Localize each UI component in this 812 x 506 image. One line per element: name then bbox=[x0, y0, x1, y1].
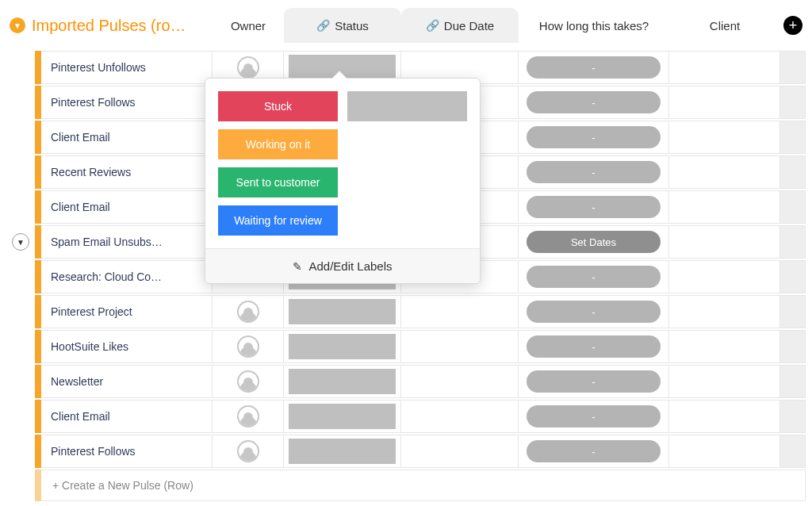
due-date-cell[interactable] bbox=[401, 435, 519, 468]
add-column[interactable]: + bbox=[780, 8, 806, 43]
column-header-status[interactable]: 🔗 Status bbox=[284, 8, 401, 43]
group-title-cell[interactable]: ▼ Imported Pulses (ro… bbox=[6, 8, 213, 43]
status-option-waiting[interactable]: Waiting for review bbox=[218, 205, 338, 236]
howlong-cell[interactable]: Set Dates bbox=[519, 225, 669, 259]
new-pulse-input[interactable]: + Create a New Pulse (Row) bbox=[41, 470, 806, 501]
row-end-spacer bbox=[780, 400, 806, 433]
client-cell[interactable] bbox=[669, 51, 780, 84]
owner-cell[interactable] bbox=[213, 295, 284, 328]
expand-row-icon[interactable]: ▼ bbox=[12, 233, 29, 251]
howlong-pill[interactable]: - bbox=[527, 405, 661, 427]
howlong-cell[interactable]: - bbox=[519, 86, 669, 119]
row-end-spacer bbox=[780, 330, 806, 363]
client-cell[interactable] bbox=[669, 121, 780, 154]
client-cell[interactable] bbox=[669, 260, 780, 293]
howlong-pill[interactable]: - bbox=[527, 196, 661, 218]
client-cell[interactable] bbox=[669, 190, 780, 224]
due-date-cell[interactable] bbox=[401, 330, 519, 363]
pulse-name-cell[interactable]: Pinterest Unfollows bbox=[41, 51, 213, 84]
row-end-spacer bbox=[780, 260, 806, 293]
howlong-cell[interactable]: - bbox=[519, 365, 669, 398]
pulse-name-cell[interactable]: Research: Cloud Co… bbox=[41, 260, 213, 293]
row-accent bbox=[35, 260, 41, 293]
client-cell[interactable] bbox=[669, 155, 780, 189]
pulse-name-cell[interactable]: HootSuite Likes bbox=[41, 330, 213, 363]
pulse-name-cell[interactable]: Pinterest Follows bbox=[41, 86, 213, 119]
howlong-cell[interactable]: - bbox=[519, 435, 669, 468]
plus-icon: + bbox=[783, 16, 802, 35]
howlong-pill[interactable]: - bbox=[527, 126, 661, 148]
add-edit-labels-button[interactable]: ✎ Add/Edit Labels bbox=[205, 248, 480, 283]
owner-cell[interactable] bbox=[213, 400, 284, 433]
pulse-name-cell[interactable]: Client Email bbox=[41, 121, 213, 154]
howlong-cell[interactable]: - bbox=[519, 330, 669, 363]
status-cell[interactable] bbox=[284, 400, 401, 433]
status-option-working[interactable]: Working on it bbox=[218, 129, 338, 159]
pencil-icon: ✎ bbox=[293, 260, 302, 273]
new-pulse-row[interactable]: + Create a New Pulse (Row) bbox=[6, 470, 806, 501]
column-header-due[interactable]: 🔗 Due Date bbox=[401, 8, 519, 43]
howlong-pill[interactable]: - bbox=[527, 161, 661, 183]
status-cell[interactable] bbox=[284, 435, 401, 468]
status-option-sent[interactable]: Sent to customer bbox=[218, 167, 338, 197]
status-cell[interactable] bbox=[284, 330, 401, 363]
status-value-blank bbox=[289, 299, 396, 324]
row-accent bbox=[35, 400, 41, 433]
row-accent bbox=[35, 470, 41, 501]
client-cell[interactable] bbox=[669, 295, 780, 328]
row-accent bbox=[35, 295, 41, 328]
row-gutter bbox=[6, 400, 35, 433]
howlong-cell[interactable]: - bbox=[519, 260, 669, 293]
pulse-name-cell[interactable]: Pinterest Follows bbox=[41, 435, 213, 468]
pulse-name-cell[interactable]: Client Email bbox=[41, 190, 213, 224]
row-gutter bbox=[6, 470, 35, 501]
howlong-pill[interactable]: - bbox=[527, 335, 661, 358]
pulse-name-cell[interactable]: Newsletter bbox=[41, 365, 213, 398]
row-accent bbox=[35, 190, 41, 224]
client-cell[interactable] bbox=[669, 86, 780, 119]
due-date-cell[interactable] bbox=[401, 365, 519, 398]
howlong-pill[interactable]: - bbox=[527, 91, 661, 113]
howlong-pill[interactable]: - bbox=[527, 370, 661, 393]
status-cell[interactable] bbox=[284, 295, 401, 328]
howlong-cell[interactable]: - bbox=[519, 400, 669, 433]
column-header-client[interactable]: Client bbox=[669, 8, 780, 43]
howlong-pill[interactable]: - bbox=[527, 56, 661, 79]
status-option-blank[interactable] bbox=[347, 91, 467, 121]
howlong-pill[interactable]: - bbox=[527, 301, 661, 323]
howlong-pill[interactable]: - bbox=[527, 266, 661, 288]
howlong-cell[interactable]: - bbox=[519, 121, 669, 154]
howlong-cell[interactable]: - bbox=[519, 51, 669, 84]
status-option-waiting-label: Waiting for review bbox=[234, 214, 322, 227]
client-cell[interactable] bbox=[669, 365, 780, 398]
pulse-name-cell[interactable]: Spam Email Unsubs… bbox=[41, 225, 213, 259]
pulse-name-cell[interactable]: Recent Reviews bbox=[41, 155, 213, 189]
howlong-cell[interactable]: - bbox=[519, 190, 669, 224]
client-cell[interactable] bbox=[669, 330, 780, 363]
collapse-group-icon[interactable]: ▼ bbox=[10, 17, 25, 33]
column-header-owner[interactable]: Owner bbox=[213, 8, 284, 43]
howlong-cell[interactable]: - bbox=[519, 155, 669, 189]
howlong-cell[interactable]: - bbox=[519, 295, 669, 328]
due-date-cell[interactable] bbox=[401, 400, 519, 433]
column-header-howlong[interactable]: How long this takes? bbox=[519, 8, 669, 43]
group-title[interactable]: Imported Pulses (ro… bbox=[32, 17, 186, 35]
due-date-cell[interactable] bbox=[401, 295, 519, 328]
client-cell[interactable] bbox=[669, 225, 780, 259]
owner-cell[interactable] bbox=[213, 435, 284, 468]
owner-cell[interactable] bbox=[213, 365, 284, 398]
row-gutter bbox=[6, 330, 35, 363]
pulse-name-cell[interactable]: Client Email bbox=[41, 400, 213, 433]
column-header-client-label: Client bbox=[710, 19, 740, 33]
status-cell[interactable] bbox=[284, 365, 401, 398]
row-gutter bbox=[6, 190, 35, 224]
row-end-spacer bbox=[780, 121, 806, 154]
howlong-pill[interactable]: - bbox=[527, 440, 661, 462]
owner-cell[interactable] bbox=[213, 330, 284, 363]
status-option-stuck[interactable]: Stuck bbox=[218, 91, 338, 121]
client-cell[interactable] bbox=[669, 435, 780, 468]
status-option-sent-label: Sent to customer bbox=[236, 176, 320, 189]
pulse-name-cell[interactable]: Pinterest Project bbox=[41, 295, 213, 328]
client-cell[interactable] bbox=[669, 400, 780, 433]
howlong-pill[interactable]: Set Dates bbox=[527, 231, 661, 253]
